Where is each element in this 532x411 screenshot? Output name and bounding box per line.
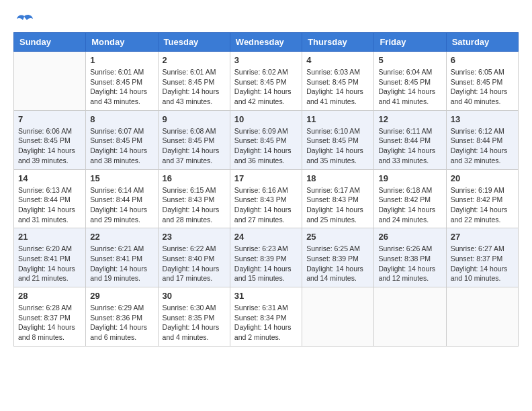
day-number: 22	[90, 232, 153, 242]
day-number: 2	[163, 55, 226, 65]
day-info: Sunrise: 6:07 AM Sunset: 8:45 PM Dayligh…	[90, 126, 153, 166]
day-number: 23	[163, 232, 226, 242]
calendar-cell: 1Sunrise: 6:01 AM Sunset: 8:45 PM Daylig…	[86, 52, 158, 111]
calendar-cell: 21Sunrise: 6:20 AM Sunset: 8:41 PM Dayli…	[14, 228, 86, 287]
calendar-cell	[14, 52, 86, 111]
day-info: Sunrise: 6:13 AM Sunset: 8:44 PM Dayligh…	[18, 185, 81, 225]
day-number: 12	[378, 114, 441, 124]
day-info: Sunrise: 6:01 AM Sunset: 8:45 PM Dayligh…	[90, 67, 153, 107]
day-info: Sunrise: 6:14 AM Sunset: 8:44 PM Dayligh…	[90, 185, 153, 225]
calendar-cell	[374, 287, 446, 347]
day-info: Sunrise: 6:05 AM Sunset: 8:45 PM Dayligh…	[451, 67, 514, 107]
calendar-week-5: 28Sunrise: 6:28 AM Sunset: 8:37 PM Dayli…	[14, 287, 519, 347]
col-monday: Monday	[86, 33, 158, 52]
day-info: Sunrise: 6:16 AM Sunset: 8:43 PM Dayligh…	[234, 185, 298, 225]
day-number: 16	[163, 173, 226, 183]
calendar-cell: 24Sunrise: 6:23 AM Sunset: 8:39 PM Dayli…	[230, 228, 302, 287]
day-info: Sunrise: 6:20 AM Sunset: 8:41 PM Dayligh…	[18, 244, 81, 283]
col-friday: Friday	[374, 33, 446, 52]
calendar-cell: 13Sunrise: 6:12 AM Sunset: 8:44 PM Dayli…	[446, 110, 518, 169]
calendar-cell: 19Sunrise: 6:18 AM Sunset: 8:42 PM Dayli…	[374, 169, 446, 228]
day-number: 24	[234, 232, 298, 242]
day-number: 26	[378, 232, 441, 242]
day-number: 7	[18, 114, 81, 124]
calendar-cell: 25Sunrise: 6:25 AM Sunset: 8:39 PM Dayli…	[302, 228, 374, 287]
day-number: 3	[234, 55, 298, 65]
day-info: Sunrise: 6:30 AM Sunset: 8:35 PM Dayligh…	[163, 303, 226, 342]
day-number: 11	[306, 114, 369, 124]
day-info: Sunrise: 6:10 AM Sunset: 8:45 PM Dayligh…	[306, 126, 369, 166]
day-number: 20	[451, 173, 514, 183]
day-info: Sunrise: 6:11 AM Sunset: 8:44 PM Dayligh…	[378, 126, 441, 166]
day-number: 18	[306, 173, 369, 183]
calendar-cell: 7Sunrise: 6:06 AM Sunset: 8:45 PM Daylig…	[14, 110, 86, 169]
day-number: 6	[451, 55, 514, 65]
col-thursday: Thursday	[302, 33, 374, 52]
day-number: 30	[163, 291, 226, 301]
day-info: Sunrise: 6:15 AM Sunset: 8:43 PM Dayligh…	[163, 185, 226, 225]
calendar-cell: 27Sunrise: 6:27 AM Sunset: 8:37 PM Dayli…	[446, 228, 518, 287]
calendar-cell: 15Sunrise: 6:14 AM Sunset: 8:44 PM Dayli…	[86, 169, 158, 228]
calendar-cell: 12Sunrise: 6:11 AM Sunset: 8:44 PM Dayli…	[374, 110, 446, 169]
day-number: 31	[234, 291, 298, 301]
calendar-header-row: Sunday Monday Tuesday Wednesday Thursday…	[14, 33, 519, 52]
calendar-cell: 22Sunrise: 6:21 AM Sunset: 8:41 PM Dayli…	[86, 228, 158, 287]
calendar-cell: 31Sunrise: 6:31 AM Sunset: 8:34 PM Dayli…	[230, 287, 302, 347]
calendar-cell: 10Sunrise: 6:09 AM Sunset: 8:45 PM Dayli…	[230, 110, 302, 169]
calendar-cell	[446, 287, 518, 347]
day-info: Sunrise: 6:25 AM Sunset: 8:39 PM Dayligh…	[306, 244, 369, 283]
day-info: Sunrise: 6:03 AM Sunset: 8:45 PM Dayligh…	[306, 67, 369, 107]
day-info: Sunrise: 6:29 AM Sunset: 8:36 PM Dayligh…	[90, 303, 153, 342]
day-number: 8	[90, 114, 153, 124]
page-header	[13, 13, 519, 26]
calendar-cell: 17Sunrise: 6:16 AM Sunset: 8:43 PM Dayli…	[230, 169, 302, 228]
day-number: 21	[18, 232, 81, 242]
day-info: Sunrise: 6:17 AM Sunset: 8:43 PM Dayligh…	[306, 185, 369, 225]
col-saturday: Saturday	[446, 33, 518, 52]
calendar-week-4: 21Sunrise: 6:20 AM Sunset: 8:41 PM Dayli…	[14, 228, 519, 287]
calendar-cell: 30Sunrise: 6:30 AM Sunset: 8:35 PM Dayli…	[158, 287, 230, 347]
calendar-week-3: 14Sunrise: 6:13 AM Sunset: 8:44 PM Dayli…	[14, 169, 519, 228]
day-info: Sunrise: 6:22 AM Sunset: 8:40 PM Dayligh…	[163, 244, 226, 283]
day-number: 27	[451, 232, 514, 242]
calendar-week-2: 7Sunrise: 6:06 AM Sunset: 8:45 PM Daylig…	[14, 110, 519, 169]
calendar-cell: 16Sunrise: 6:15 AM Sunset: 8:43 PM Dayli…	[158, 169, 230, 228]
day-info: Sunrise: 6:09 AM Sunset: 8:45 PM Dayligh…	[234, 126, 298, 166]
day-number: 4	[306, 55, 369, 65]
col-sunday: Sunday	[14, 33, 86, 52]
calendar-cell: 26Sunrise: 6:26 AM Sunset: 8:38 PM Dayli…	[374, 228, 446, 287]
day-number: 15	[90, 173, 153, 183]
calendar-cell	[302, 287, 374, 347]
calendar-cell: 18Sunrise: 6:17 AM Sunset: 8:43 PM Dayli…	[302, 169, 374, 228]
day-info: Sunrise: 6:26 AM Sunset: 8:38 PM Dayligh…	[378, 244, 441, 283]
calendar-cell: 4Sunrise: 6:03 AM Sunset: 8:45 PM Daylig…	[302, 52, 374, 111]
day-info: Sunrise: 6:27 AM Sunset: 8:37 PM Dayligh…	[451, 244, 514, 283]
day-number: 5	[378, 55, 441, 65]
day-number: 14	[18, 173, 81, 183]
calendar-cell: 20Sunrise: 6:19 AM Sunset: 8:42 PM Dayli…	[446, 169, 518, 228]
day-number: 25	[306, 232, 369, 242]
calendar-week-1: 1Sunrise: 6:01 AM Sunset: 8:45 PM Daylig…	[14, 52, 519, 111]
day-info: Sunrise: 6:02 AM Sunset: 8:45 PM Dayligh…	[234, 67, 298, 107]
calendar-cell: 28Sunrise: 6:28 AM Sunset: 8:37 PM Dayli…	[14, 287, 86, 347]
day-info: Sunrise: 6:21 AM Sunset: 8:41 PM Dayligh…	[90, 244, 153, 283]
day-info: Sunrise: 6:04 AM Sunset: 8:45 PM Dayligh…	[378, 67, 441, 107]
calendar-cell: 2Sunrise: 6:01 AM Sunset: 8:45 PM Daylig…	[158, 52, 230, 111]
calendar-cell: 14Sunrise: 6:13 AM Sunset: 8:44 PM Dayli…	[14, 169, 86, 228]
day-info: Sunrise: 6:28 AM Sunset: 8:37 PM Dayligh…	[18, 303, 81, 342]
logo-bird-icon	[15, 13, 34, 28]
day-number: 28	[18, 291, 81, 301]
day-info: Sunrise: 6:01 AM Sunset: 8:45 PM Dayligh…	[163, 67, 226, 107]
day-number: 10	[234, 114, 298, 124]
col-tuesday: Tuesday	[158, 33, 230, 52]
calendar-cell: 6Sunrise: 6:05 AM Sunset: 8:45 PM Daylig…	[446, 52, 518, 111]
day-number: 9	[163, 114, 226, 124]
calendar-cell: 5Sunrise: 6:04 AM Sunset: 8:45 PM Daylig…	[374, 52, 446, 111]
day-info: Sunrise: 6:08 AM Sunset: 8:45 PM Dayligh…	[163, 126, 226, 166]
logo	[13, 13, 35, 26]
day-number: 13	[451, 114, 514, 124]
day-info: Sunrise: 6:31 AM Sunset: 8:34 PM Dayligh…	[234, 303, 298, 342]
calendar-cell: 8Sunrise: 6:07 AM Sunset: 8:45 PM Daylig…	[86, 110, 158, 169]
day-info: Sunrise: 6:06 AM Sunset: 8:45 PM Dayligh…	[18, 126, 81, 166]
day-number: 17	[234, 173, 298, 183]
